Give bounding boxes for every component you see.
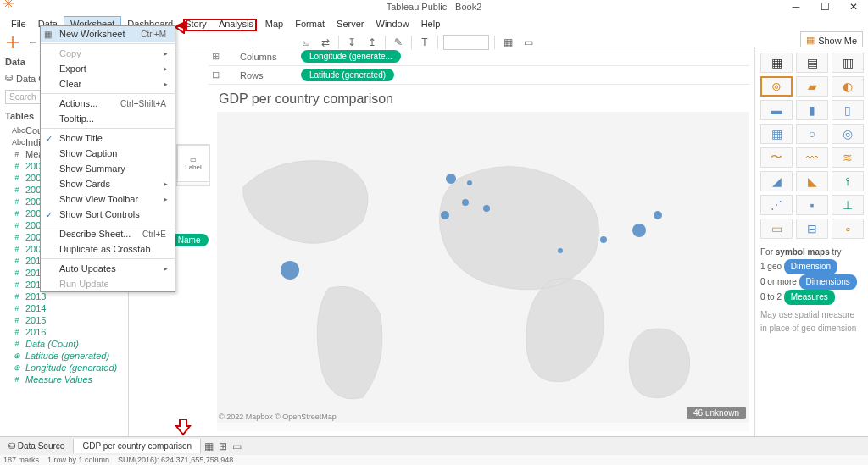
menu-copy[interactable]: Copy▸	[41, 46, 175, 61]
menu-format[interactable]: Format	[289, 17, 331, 30]
field-year-2014[interactable]: #2014	[0, 302, 128, 314]
show-me-hints: For symbol maps try 1 geo Dimension 0 or…	[760, 246, 861, 335]
tableau-icon[interactable]	[5, 35, 20, 50]
map-attribution: © 2022 Mapbox © OpenStreetMap	[219, 412, 337, 421]
viz-type-bullet[interactable]: ⊟	[796, 219, 828, 239]
menu-show-sort[interactable]: ✓Show Sort Controls	[41, 207, 175, 222]
viz-type-highlight[interactable]: ▥	[832, 53, 864, 73]
window-controls: ─ ☐ ✕	[782, 0, 868, 14]
viz-title[interactable]: GDP per country comparison	[217, 86, 749, 112]
rows-icon: ⊟	[209, 69, 223, 80]
label-icon: ▭	[190, 156, 197, 163]
viz-type-packed-bubble[interactable]: ∘	[832, 219, 864, 239]
viz-type-pie[interactable]: ◐	[832, 76, 864, 97]
menu-server[interactable]: Server	[331, 17, 370, 30]
viz-type-symbol-map[interactable]: ⊚	[760, 76, 793, 97]
shortcut: Ctrl+M	[141, 30, 166, 39]
rows-shelf[interactable]: ⊟ Rows Latitude (generated)	[209, 66, 749, 85]
unknown-badge[interactable]: 46 unknown	[687, 407, 746, 419]
show-me-button[interactable]: ▦ Show Me	[800, 31, 863, 49]
viz-type-line1[interactable]: 〜	[760, 147, 793, 168]
status-bar: 187 marks 1 row by 1 column SUM(2016): 6…	[0, 455, 868, 465]
menu-actions[interactable]: Actions...Ctrl+Shift+A	[41, 96, 175, 111]
worksheet-dropdown: ▦ New Worksheet Ctrl+M Copy▸ Export▸ Cle…	[40, 25, 175, 292]
menu-show-summary[interactable]: Show Summary	[41, 161, 175, 176]
viz-type-dual-line[interactable]: ≋	[832, 147, 864, 168]
viz-type-hbar[interactable]: ▬	[760, 100, 793, 120]
menu-show-view-toolbar[interactable]: Show View Toolbar▸	[41, 191, 175, 207]
maximize-button[interactable]: ☐	[810, 0, 839, 14]
menu-window[interactable]: Window	[370, 17, 415, 30]
window-title: Tableau Public - Book2	[387, 2, 482, 12]
field-gen-1[interactable]: ⊕Latitude (generated)	[0, 350, 128, 362]
menu-help[interactable]: Help	[415, 17, 447, 30]
menu-map[interactable]: Map	[259, 17, 289, 30]
menu-show-title[interactable]: ✓Show Title	[41, 130, 175, 146]
show-me-icon: ▦	[806, 35, 815, 46]
viz-type-circle[interactable]: ○	[796, 124, 828, 144]
viz-type-heat[interactable]: ▤	[796, 53, 828, 73]
columns-shelf[interactable]: ⊞ Columns Longitude (generate...	[209, 47, 749, 66]
menu-clear[interactable]: Clear▸	[41, 76, 175, 91]
menu-new-worksheet[interactable]: ▦ New Worksheet Ctrl+M	[41, 26, 175, 42]
label: New Worksheet	[59, 29, 125, 39]
marks-card: ▭ Label	[176, 144, 210, 186]
tableau-logo-icon	[3, 0, 14, 8]
rows-pill-latitude[interactable]: Latitude (generated)	[301, 69, 394, 81]
shelves: ⊞ Columns Longitude (generate... ⊟ Rows …	[209, 47, 749, 85]
columns-pill-longitude[interactable]: Longitude (generate...	[301, 50, 401, 63]
viz-type-treemap[interactable]: ▦	[760, 124, 793, 144]
field-year-2013[interactable]: #2013	[0, 291, 128, 302]
database-icon: ⛁	[5, 73, 13, 84]
new-worksheet-icon[interactable]: ▦	[204, 440, 214, 452]
hint-pill-dimension: Dimension	[784, 259, 837, 274]
menu-export[interactable]: Export▸	[41, 61, 175, 76]
viz-type-line2[interactable]: 〰	[796, 147, 828, 168]
field-gen-3[interactable]: #Measure Values	[0, 374, 128, 385]
viz-type-histogram[interactable]: ▪	[796, 195, 828, 215]
map-view[interactable]: © 2022 Mapbox © OpenStreetMap 46 unknown	[217, 112, 749, 423]
new-dashboard-icon[interactable]: ⊞	[219, 440, 227, 452]
marks-label-cell[interactable]: ▭ Label	[177, 145, 209, 182]
viz-type-table[interactable]: ▦	[760, 53, 793, 73]
svg-marker-2	[176, 419, 190, 435]
show-me-panel: ▦ ▤ ▥ ⊚ ▰ ◐ ▬ ▮ ▯ ▦ ○ ◎ 〜 〰 ≋ ◢ ◣ ⫯ ⋰ ▪ …	[754, 47, 866, 440]
status-marks: 187 marks	[3, 456, 39, 464]
minimize-button[interactable]: ─	[782, 0, 810, 14]
viz-type-gantt[interactable]: ▭	[760, 219, 793, 239]
columns-icon: ⊞	[209, 51, 223, 62]
data-source-icon: ⛁	[8, 441, 15, 451]
viz-type-stacked-bar[interactable]: ▮	[796, 100, 828, 120]
menu-run-update[interactable]: Run Update	[41, 276, 175, 291]
menu-describe-sheet[interactable]: Describe Sheet...Ctrl+E	[41, 226, 175, 241]
viz-type-scatter[interactable]: ⋰	[760, 195, 793, 215]
annotation-arrow-menu	[175, 17, 260, 34]
field-year-2016[interactable]: #2016	[0, 326, 128, 338]
viz-type-box[interactable]: ⊥	[832, 195, 864, 215]
tab-data-source[interactable]: ⛁ Data Source	[0, 439, 74, 453]
status-rows: 1 row by 1 column	[47, 456, 109, 464]
viz-type-side-circle[interactable]: ◎	[832, 124, 864, 144]
field-gen-0[interactable]: #Data (Count)	[0, 338, 128, 350]
status-sum: SUM(2016): 624,371,655,758,948	[118, 456, 233, 464]
menu-show-cards[interactable]: Show Cards▸	[41, 176, 175, 191]
menu-file[interactable]: File	[5, 17, 32, 30]
viz-type-filled-map[interactable]: ▰	[796, 76, 828, 97]
viz-area: GDP per country comparison © 2022 Mapbox…	[217, 86, 749, 431]
field-gen-2[interactable]: ⊕Longitude (generated)	[0, 362, 128, 374]
new-story-icon[interactable]: ▭	[232, 440, 242, 452]
viz-type-side-bar[interactable]: ▯	[832, 100, 864, 120]
menu-tooltip[interactable]: Tooltip...	[41, 111, 175, 126]
hint-pill-measures: Measures	[784, 290, 835, 305]
field-year-2015[interactable]: #2015	[0, 314, 128, 326]
menu-show-caption[interactable]: Show Caption	[41, 146, 175, 161]
viz-type-dual-combo[interactable]: ⫯	[832, 171, 864, 191]
close-button[interactable]: ✕	[839, 0, 868, 14]
annotation-arrow-tab	[175, 419, 192, 436]
menu-duplicate-crosstab[interactable]: Duplicate as Crosstab	[41, 241, 175, 257]
tab-sheet[interactable]: GDP per country comparison	[74, 439, 201, 453]
undo-button[interactable]: ←	[25, 35, 41, 50]
viz-type-area2[interactable]: ◣	[796, 171, 828, 191]
viz-type-area[interactable]: ◢	[760, 171, 793, 191]
menu-auto-updates[interactable]: Auto Updates▸	[41, 261, 175, 276]
